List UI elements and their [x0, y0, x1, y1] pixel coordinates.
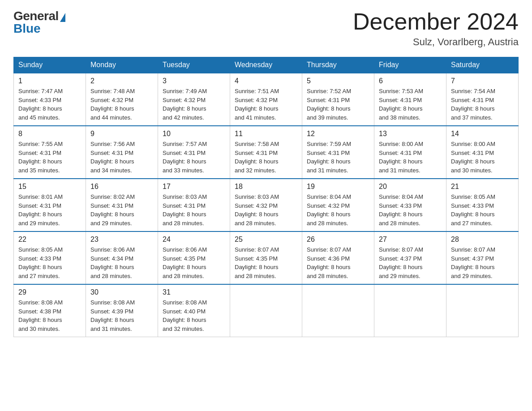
- calendar-day-cell: [302, 284, 374, 337]
- day-number: 17: [163, 183, 225, 191]
- calendar-day-cell: 29Sunrise: 8:08 AM Sunset: 4:38 PM Dayli…: [14, 284, 86, 337]
- calendar-day-cell: [230, 284, 302, 337]
- calendar-day-cell: 23Sunrise: 8:06 AM Sunset: 4:34 PM Dayli…: [86, 231, 158, 284]
- day-info: Sunrise: 8:00 AM Sunset: 4:31 PM Dayligh…: [451, 140, 514, 175]
- day-number: 15: [18, 183, 81, 191]
- calendar-header-thursday: Thursday: [302, 57, 374, 73]
- day-number: 30: [90, 288, 153, 296]
- day-number: 9: [90, 130, 153, 138]
- logo-triangle-icon: [60, 13, 65, 22]
- calendar-day-cell: [446, 284, 519, 337]
- day-number: 13: [379, 130, 442, 138]
- calendar-table: SundayMondayTuesdayWednesdayThursdayFrid…: [13, 57, 519, 337]
- calendar-day-cell: 21Sunrise: 8:05 AM Sunset: 4:33 PM Dayli…: [446, 179, 519, 231]
- calendar-day-cell: 27Sunrise: 8:07 AM Sunset: 4:37 PM Dayli…: [374, 231, 446, 284]
- day-number: 19: [307, 183, 369, 191]
- day-info: Sunrise: 7:52 AM Sunset: 4:31 PM Dayligh…: [307, 87, 369, 122]
- calendar-day-cell: 2Sunrise: 7:48 AM Sunset: 4:32 PM Daylig…: [86, 73, 158, 126]
- calendar-header-wednesday: Wednesday: [230, 57, 302, 73]
- calendar-header-monday: Monday: [86, 57, 158, 73]
- day-info: Sunrise: 8:01 AM Sunset: 4:31 PM Dayligh…: [18, 193, 81, 227]
- calendar-day-cell: 10Sunrise: 7:57 AM Sunset: 4:31 PM Dayli…: [158, 126, 230, 179]
- day-info: Sunrise: 8:00 AM Sunset: 4:31 PM Dayligh…: [379, 140, 442, 175]
- day-info: Sunrise: 8:04 AM Sunset: 4:32 PM Dayligh…: [307, 193, 369, 227]
- day-number: 11: [235, 130, 297, 138]
- title-block: December 2024 Sulz, Vorarlberg, Austria: [353, 9, 519, 48]
- calendar-header-sunday: Sunday: [14, 57, 86, 73]
- calendar-day-cell: 20Sunrise: 8:04 AM Sunset: 4:33 PM Dayli…: [374, 179, 446, 231]
- calendar-day-cell: 8Sunrise: 7:55 AM Sunset: 4:31 PM Daylig…: [14, 126, 86, 179]
- day-number: 20: [379, 183, 442, 191]
- calendar-day-cell: 12Sunrise: 7:59 AM Sunset: 4:31 PM Dayli…: [302, 126, 374, 179]
- day-info: Sunrise: 8:08 AM Sunset: 4:38 PM Dayligh…: [18, 298, 81, 333]
- calendar-day-cell: 14Sunrise: 8:00 AM Sunset: 4:31 PM Dayli…: [446, 126, 519, 179]
- calendar-day-cell: 31Sunrise: 8:08 AM Sunset: 4:40 PM Dayli…: [158, 284, 230, 337]
- calendar-week-row: 15Sunrise: 8:01 AM Sunset: 4:31 PM Dayli…: [14, 179, 519, 231]
- calendar-day-cell: 26Sunrise: 8:07 AM Sunset: 4:36 PM Dayli…: [302, 231, 374, 284]
- day-info: Sunrise: 8:03 AM Sunset: 4:31 PM Dayligh…: [163, 193, 225, 227]
- day-number: 7: [451, 77, 514, 85]
- calendar-header-row: SundayMondayTuesdayWednesdayThursdayFrid…: [14, 57, 519, 73]
- day-number: 8: [18, 130, 81, 138]
- calendar-day-cell: 24Sunrise: 8:06 AM Sunset: 4:35 PM Dayli…: [158, 231, 230, 284]
- day-number: 26: [307, 235, 369, 244]
- calendar-header-tuesday: Tuesday: [158, 57, 230, 73]
- calendar-week-row: 22Sunrise: 8:05 AM Sunset: 4:33 PM Dayli…: [14, 231, 519, 284]
- day-number: 16: [90, 183, 153, 191]
- day-number: 2: [90, 77, 153, 85]
- day-number: 5: [307, 77, 369, 85]
- calendar-day-cell: 6Sunrise: 7:53 AM Sunset: 4:31 PM Daylig…: [374, 73, 446, 126]
- calendar-day-cell: 30Sunrise: 8:08 AM Sunset: 4:39 PM Dayli…: [86, 284, 158, 337]
- calendar-day-cell: 11Sunrise: 7:58 AM Sunset: 4:31 PM Dayli…: [230, 126, 302, 179]
- calendar-day-cell: 9Sunrise: 7:56 AM Sunset: 4:31 PM Daylig…: [86, 126, 158, 179]
- day-info: Sunrise: 7:51 AM Sunset: 4:32 PM Dayligh…: [235, 87, 297, 122]
- calendar-day-cell: 1Sunrise: 7:47 AM Sunset: 4:33 PM Daylig…: [14, 73, 86, 126]
- day-info: Sunrise: 8:08 AM Sunset: 4:40 PM Dayligh…: [163, 298, 225, 333]
- calendar-day-cell: 4Sunrise: 7:51 AM Sunset: 4:32 PM Daylig…: [230, 73, 302, 126]
- day-info: Sunrise: 7:47 AM Sunset: 4:33 PM Dayligh…: [18, 87, 81, 122]
- day-info: Sunrise: 7:53 AM Sunset: 4:31 PM Dayligh…: [379, 87, 442, 122]
- day-number: 29: [18, 288, 81, 296]
- day-number: 27: [379, 235, 442, 244]
- day-info: Sunrise: 7:58 AM Sunset: 4:31 PM Dayligh…: [235, 140, 297, 175]
- day-info: Sunrise: 7:55 AM Sunset: 4:31 PM Dayligh…: [18, 140, 81, 175]
- day-info: Sunrise: 8:07 AM Sunset: 4:37 PM Dayligh…: [379, 245, 442, 280]
- logo: General Blue: [13, 9, 65, 36]
- calendar-week-row: 1Sunrise: 7:47 AM Sunset: 4:33 PM Daylig…: [14, 73, 519, 126]
- day-number: 14: [451, 130, 514, 138]
- day-info: Sunrise: 8:03 AM Sunset: 4:32 PM Dayligh…: [235, 193, 297, 227]
- day-info: Sunrise: 8:05 AM Sunset: 4:33 PM Dayligh…: [451, 193, 514, 227]
- day-number: 18: [235, 183, 297, 191]
- calendar-day-cell: 16Sunrise: 8:02 AM Sunset: 4:31 PM Dayli…: [86, 179, 158, 231]
- calendar-day-cell: 18Sunrise: 8:03 AM Sunset: 4:32 PM Dayli…: [230, 179, 302, 231]
- day-number: 23: [90, 235, 153, 244]
- day-info: Sunrise: 8:05 AM Sunset: 4:33 PM Dayligh…: [18, 245, 81, 280]
- day-number: 22: [18, 235, 81, 244]
- calendar-week-row: 8Sunrise: 7:55 AM Sunset: 4:31 PM Daylig…: [14, 126, 519, 179]
- calendar-day-cell: 17Sunrise: 8:03 AM Sunset: 4:31 PM Dayli…: [158, 179, 230, 231]
- calendar-day-cell: 7Sunrise: 7:54 AM Sunset: 4:31 PM Daylig…: [446, 73, 519, 126]
- day-info: Sunrise: 7:57 AM Sunset: 4:31 PM Dayligh…: [163, 140, 225, 175]
- calendar-header-saturday: Saturday: [446, 57, 519, 73]
- logo-blue-text: Blue: [13, 21, 41, 36]
- calendar-day-cell: 25Sunrise: 8:07 AM Sunset: 4:35 PM Dayli…: [230, 231, 302, 284]
- day-info: Sunrise: 8:08 AM Sunset: 4:39 PM Dayligh…: [90, 298, 153, 333]
- day-info: Sunrise: 7:54 AM Sunset: 4:31 PM Dayligh…: [451, 87, 514, 122]
- day-number: 24: [163, 235, 225, 244]
- calendar-header-friday: Friday: [374, 57, 446, 73]
- calendar-day-cell: 28Sunrise: 8:07 AM Sunset: 4:37 PM Dayli…: [446, 231, 519, 284]
- day-info: Sunrise: 8:07 AM Sunset: 4:35 PM Dayligh…: [235, 245, 297, 280]
- day-info: Sunrise: 8:02 AM Sunset: 4:31 PM Dayligh…: [90, 193, 153, 227]
- day-number: 1: [18, 77, 81, 85]
- calendar-day-cell: [374, 284, 446, 337]
- day-info: Sunrise: 7:48 AM Sunset: 4:32 PM Dayligh…: [90, 87, 153, 122]
- calendar-day-cell: 5Sunrise: 7:52 AM Sunset: 4:31 PM Daylig…: [302, 73, 374, 126]
- day-info: Sunrise: 7:49 AM Sunset: 4:32 PM Dayligh…: [163, 87, 225, 122]
- day-number: 12: [307, 130, 369, 138]
- day-info: Sunrise: 8:06 AM Sunset: 4:34 PM Dayligh…: [90, 245, 153, 280]
- day-info: Sunrise: 7:59 AM Sunset: 4:31 PM Dayligh…: [307, 140, 369, 175]
- day-number: 25: [235, 235, 297, 244]
- day-number: 21: [451, 183, 514, 191]
- day-number: 4: [235, 77, 297, 85]
- day-info: Sunrise: 8:07 AM Sunset: 4:36 PM Dayligh…: [307, 245, 369, 280]
